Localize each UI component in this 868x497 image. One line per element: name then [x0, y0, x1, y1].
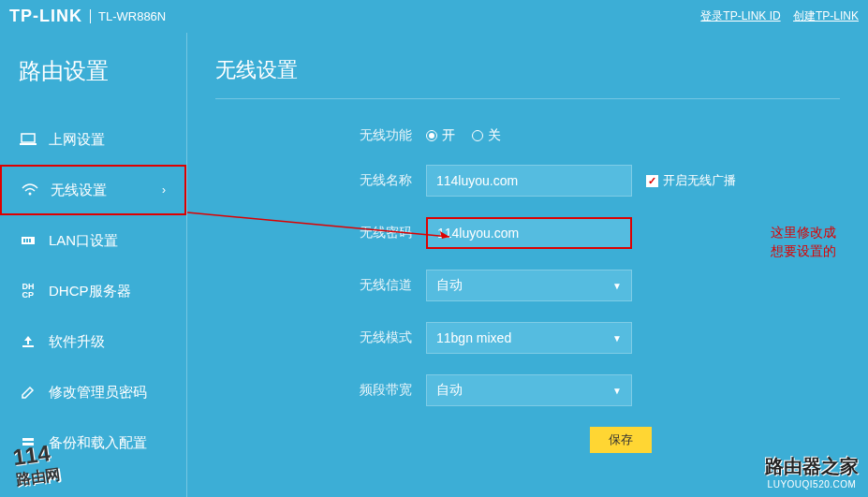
laptop-icon	[19, 133, 37, 146]
model-label: TL-WR886N	[90, 9, 166, 23]
sidebar-item-wireless[interactable]: 无线设置 ›	[0, 165, 186, 215]
save-button[interactable]: 保存	[590, 427, 652, 453]
mode-select[interactable]: 11bgn mixed ▼	[426, 322, 632, 354]
svg-rect-7	[22, 345, 34, 347]
create-link[interactable]: 创建TP-LINK	[793, 9, 859, 22]
sidebar-item-label: 备份和载入配置	[49, 434, 147, 452]
wireless-func-label: 无线功能	[346, 127, 412, 144]
sidebar-item-label: 无线设置	[51, 182, 107, 199]
sidebar-title: 路由设置	[0, 33, 186, 114]
ssid-label: 无线名称	[346, 172, 412, 189]
svg-rect-1	[20, 143, 37, 145]
caret-down-icon: ▼	[612, 386, 622, 396]
sidebar-item-label: 软件升级	[49, 333, 105, 351]
sidebar-item-label: DHCP服务器	[49, 283, 131, 300]
channel-label: 无线信道	[346, 277, 412, 294]
svg-rect-4	[23, 239, 25, 242]
annotation-text: 这里修改成想要设置的	[771, 224, 836, 260]
radio-icon	[472, 130, 483, 141]
wifi-icon	[21, 183, 39, 197]
svg-rect-5	[26, 239, 28, 242]
sidebar-item-dhcp[interactable]: DHCP DHCP服务器	[0, 266, 186, 316]
sidebar-item-label: 上网设置	[49, 131, 105, 149]
svg-rect-8	[22, 438, 34, 441]
ssid-input[interactable]	[426, 165, 632, 197]
svg-rect-0	[22, 134, 35, 142]
mode-label: 无线模式	[346, 329, 412, 346]
dhcp-icon: DHCP	[19, 283, 37, 300]
sidebar-item-label: 修改管理员密码	[49, 384, 147, 402]
backup-icon	[19, 435, 37, 450]
password-label: 无线密码	[346, 225, 412, 241]
sidebar: 路由设置 上网设置 无线设置 › LAN口设置 DHCP DHCP服务器	[0, 33, 187, 497]
sidebar-item-backup[interactable]: 备份和载入配置	[0, 417, 186, 468]
upload-icon	[19, 334, 37, 349]
bandwidth-select[interactable]: 自动 ▼	[426, 374, 632, 406]
lan-icon	[19, 234, 37, 247]
page-title: 无线设置	[215, 56, 840, 99]
sidebar-item-label: LAN口设置	[49, 232, 118, 250]
sidebar-item-password[interactable]: 修改管理员密码	[0, 367, 186, 417]
broadcast-checkbox[interactable]: ✓ 开启无线广播	[646, 172, 736, 189]
caret-down-icon: ▼	[612, 281, 622, 291]
svg-rect-6	[29, 239, 31, 242]
svg-point-2	[29, 193, 32, 196]
channel-select[interactable]: 自动 ▼	[426, 270, 632, 301]
sidebar-item-lan[interactable]: LAN口设置	[0, 215, 186, 266]
sidebar-item-internet[interactable]: 上网设置	[0, 114, 186, 165]
sidebar-item-upgrade[interactable]: 软件升级	[0, 316, 186, 367]
radio-on[interactable]: 开	[426, 127, 455, 144]
svg-rect-9	[22, 443, 34, 446]
login-link[interactable]: 登录TP-LINK ID	[700, 9, 780, 22]
password-input[interactable]	[426, 217, 632, 249]
caret-down-icon: ▼	[612, 333, 622, 344]
brand-logo: TP-LINK	[9, 7, 82, 26]
chevron-right-icon: ›	[162, 183, 166, 197]
bandwidth-label: 频段带宽	[346, 382, 412, 399]
checkbox-icon: ✓	[646, 175, 658, 187]
edit-icon	[19, 385, 37, 400]
radio-off[interactable]: 关	[472, 127, 501, 144]
radio-icon	[426, 130, 437, 141]
main-content: 无线设置 无线功能 开 关 无线名称	[187, 33, 868, 497]
